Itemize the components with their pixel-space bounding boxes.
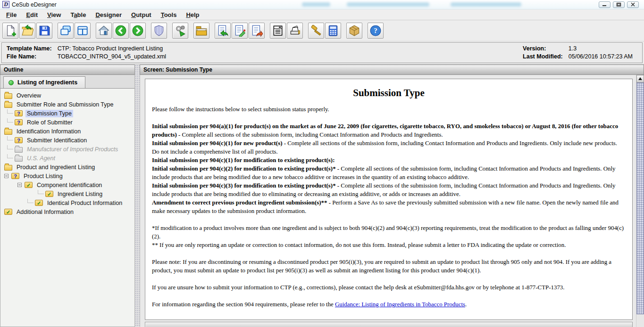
tree-item-ingredient-listing[interactable]: ✓Ingredient Listing: [0, 189, 134, 198]
shield-icon: [153, 25, 165, 37]
tab-listing-of-ingredients[interactable]: Listing of Ingredients: [3, 76, 85, 88]
restore-button[interactable]: [613, 1, 625, 8]
main-area: Outline Listing of Ingredients Overview …: [0, 64, 644, 327]
gears-run-icon: [174, 25, 186, 37]
package-icon: [348, 25, 360, 37]
page-title: Submission Type: [152, 89, 626, 97]
save-icon: [38, 25, 50, 37]
minimize-button[interactable]: [599, 1, 611, 8]
forward-button[interactable]: [130, 23, 146, 39]
split-view-icon: [76, 25, 89, 37]
back-icon: [115, 25, 127, 37]
check-screen-icon: ✓: [25, 182, 33, 188]
tree-item-product-and-ingredient-listing[interactable]: Product and Ingredient Listing: [0, 163, 134, 172]
export-document-button[interactable]: [249, 23, 265, 39]
folder-documents-icon: [195, 25, 208, 37]
folder-icon: [4, 102, 12, 108]
open-folder-button[interactable]: [193, 23, 209, 39]
help-button[interactable]: ?: [368, 23, 384, 39]
scrollbar-thumb[interactable]: [636, 82, 644, 314]
printer-icon: [289, 25, 301, 37]
window-title: CeSub eDesigner: [12, 1, 57, 8]
tree-item-identical-product-information[interactable]: ✓Identical Product Information: [0, 198, 134, 207]
menu-help[interactable]: Help: [181, 10, 204, 20]
window-controls: [599, 1, 642, 8]
last-modified-value: 05/06/2016 10:57:23 AM: [569, 53, 633, 60]
tree-item-submission-type[interactable]: ?Submission Type: [0, 109, 134, 118]
run-checks-button[interactable]: [172, 23, 188, 39]
new-document-icon: [4, 25, 17, 37]
validate-shield-button[interactable]: [151, 23, 167, 39]
back-button[interactable]: [113, 23, 129, 39]
split-view-button[interactable]: [75, 23, 91, 39]
blurred-background-window: [302, 2, 330, 7]
form-preview-button[interactable]: [270, 23, 286, 39]
tree-item-submitter-identification[interactable]: ?Submitter Identification: [0, 136, 134, 145]
question-screen-icon: ?: [15, 119, 23, 125]
tree-item-overview[interactable]: Overview: [0, 91, 134, 100]
titlebar: D CeSub eDesigner: [0, 0, 644, 9]
save-button[interactable]: [36, 23, 52, 39]
edit-document-button[interactable]: [232, 23, 248, 39]
instruction-item: Amendment to correct previous product in…: [152, 198, 626, 215]
tree-item-additional-information[interactable]: ✓Additional Information: [0, 207, 134, 216]
form-icon: [272, 25, 284, 37]
instruction-item: Initial submission per 904(a)(1) for pro…: [152, 122, 626, 139]
open-file-button[interactable]: [19, 23, 35, 39]
version-label: Version:: [523, 45, 563, 52]
instruction-item: Initial submission per 904(c)(3) for mod…: [152, 181, 626, 198]
instruction-item: Initial submission per 904(c)(2) for mod…: [152, 164, 626, 181]
menu-output[interactable]: Output: [126, 10, 156, 20]
guidance-link[interactable]: Guidance: Listing of Ingredients in Toba…: [335, 301, 465, 308]
import-document-button[interactable]: [215, 23, 231, 39]
menu-file[interactable]: File: [1, 10, 21, 20]
bottom-panel-edge: [145, 322, 633, 327]
print-button[interactable]: [287, 23, 303, 39]
home-button[interactable]: [96, 23, 112, 39]
outline-tab-strip: Listing of Ingredients: [0, 75, 135, 88]
svg-text:?: ?: [374, 26, 377, 34]
blurred-background-window: [347, 2, 429, 7]
check-screen-icon: ✓: [4, 209, 12, 215]
split-pane-divider[interactable]: [135, 65, 140, 327]
scroll-up-button[interactable]: [636, 75, 644, 82]
template-name-value: CTP: Tobacco Product Ingredient Listing: [58, 45, 166, 52]
please-note-text: Please note: If you are discontinuing or…: [152, 258, 626, 275]
cascade-windows-button[interactable]: [58, 23, 74, 39]
folder-icon: [4, 165, 12, 171]
close-button[interactable]: [627, 1, 639, 8]
menu-table[interactable]: Table: [66, 10, 91, 20]
gavel-admin-button[interactable]: [308, 23, 324, 39]
new-document-button[interactable]: [2, 23, 18, 39]
menu-tools[interactable]: Tools: [156, 10, 182, 20]
menu-bar: File Edit View Table Designer Output Too…: [0, 9, 644, 20]
menu-edit[interactable]: Edit: [21, 10, 42, 20]
tree-item-us-agent[interactable]: U.S. Agent: [0, 154, 134, 163]
tree-item-identification-information[interactable]: Identification Information: [0, 127, 134, 136]
open-folder-icon: [21, 25, 33, 37]
collapse-expander[interactable]: [17, 183, 22, 187]
menu-designer[interactable]: Designer: [91, 10, 126, 20]
tree-item-component-identification[interactable]: ✓Component Identification: [0, 180, 134, 189]
check-screen-icon: ✓: [45, 191, 53, 197]
tree-item-product-listing[interactable]: ?Product Listing: [0, 172, 134, 180]
vertical-scrollbar[interactable]: [636, 75, 644, 327]
disabled-folder-icon: [15, 147, 23, 153]
intro-text: Please follow the instructions below to …: [152, 105, 626, 114]
footnote-single-asterisk: *If modification to a product involves m…: [152, 224, 626, 241]
last-modified-label: Last Modified:: [523, 53, 563, 60]
scrollbar-track[interactable]: [636, 314, 644, 327]
tree-item-submitter-role[interactable]: Submitter Role and Submission Type: [0, 100, 134, 109]
edit-document-icon: [234, 25, 246, 37]
calculator-button[interactable]: [325, 23, 341, 39]
package-output-button[interactable]: [346, 23, 362, 39]
footnote-double-asterisk: ** If you are only reporting an update o…: [152, 241, 626, 249]
collapse-expander[interactable]: [4, 174, 8, 178]
blurred-background-window: [451, 2, 521, 7]
tab-label: Listing of Ingredients: [17, 79, 77, 86]
tree-item-manufacturer-imported-products[interactable]: Manufacturer of Imported Products: [0, 145, 134, 154]
folder-icon: [4, 93, 12, 99]
menu-view[interactable]: View: [42, 10, 66, 20]
tree-item-role-of-submitter[interactable]: ?Role of Submitter: [0, 118, 134, 127]
footnotes-block: *If modification to a product involves m…: [152, 224, 626, 249]
